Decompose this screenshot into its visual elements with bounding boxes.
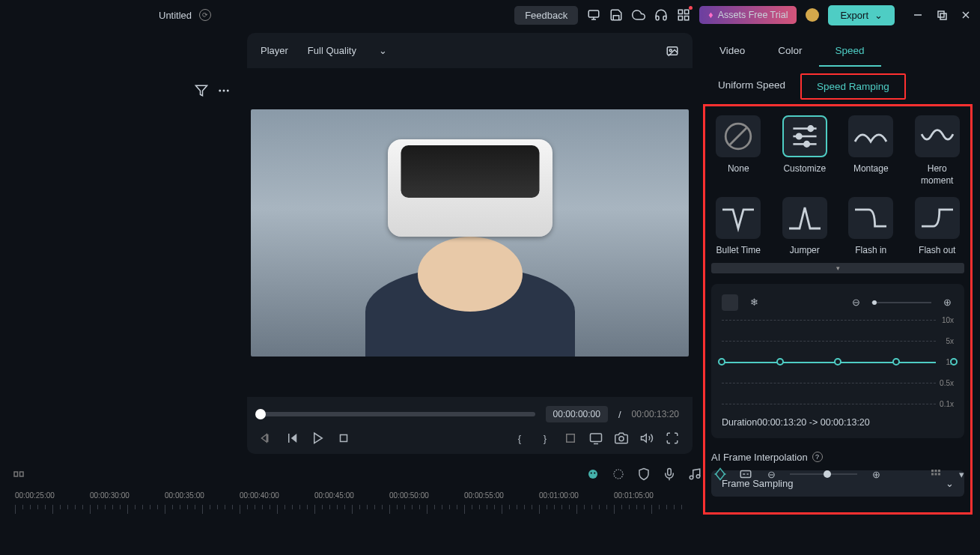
play-button[interactable] <box>311 431 325 445</box>
graph-label: 10x <box>942 315 954 324</box>
info-icon[interactable]: ? <box>812 452 823 462</box>
maximize-button[interactable] <box>937 10 947 20</box>
feedback-button[interactable]: Feedback <box>514 6 578 25</box>
adjust-tool[interactable] <box>612 467 625 481</box>
preset-label: Bullet Time <box>716 245 761 257</box>
apps-icon[interactable] <box>677 8 690 22</box>
graph-zoom-slider[interactable] <box>871 302 931 303</box>
zoom-in-button[interactable]: ⊕ <box>869 467 883 481</box>
crop-icon[interactable] <box>564 431 577 445</box>
quality-select[interactable]: Full Quality ⌄ <box>302 42 393 59</box>
preset-hero-moment[interactable]: Hero moment <box>910 115 965 186</box>
svg-rect-51 <box>931 473 934 476</box>
svg-rect-0 <box>589 10 600 17</box>
duration-to: 00:00:13:20 <box>821 417 870 428</box>
stop-button[interactable] <box>337 431 350 445</box>
graph-select-tool[interactable] <box>722 294 738 311</box>
zoom-in-graph-button[interactable]: ⊕ <box>940 296 954 309</box>
save-icon[interactable] <box>609 8 623 22</box>
dropdown-icon[interactable]: ▾ <box>955 467 968 481</box>
svg-point-29 <box>808 126 813 131</box>
quality-value: Full Quality <box>308 45 356 56</box>
split-tool[interactable] <box>12 467 25 481</box>
svg-rect-53 <box>938 473 940 476</box>
duration-arrow: -> <box>809 417 818 428</box>
caption-tool[interactable] <box>739 467 752 481</box>
speed-curve[interactable]: 10x 5x 1x 0.5x 0.1x <box>722 320 954 410</box>
export-button[interactable]: Export ⌄ <box>828 5 895 25</box>
close-button[interactable] <box>961 10 971 20</box>
monitor-icon[interactable] <box>587 8 600 22</box>
freeze-frame-icon[interactable]: ❄ <box>747 296 761 309</box>
volume-icon[interactable] <box>640 431 654 445</box>
total-time: 00:00:13:20 <box>632 409 679 419</box>
tab-video[interactable]: Video <box>703 36 761 67</box>
audio-tool[interactable] <box>688 467 701 481</box>
chevron-down-icon: ⌄ <box>874 10 883 21</box>
speed-node[interactable] <box>834 358 841 366</box>
step-back-button[interactable] <box>286 431 299 445</box>
timeline-ruler[interactable]: 00:00:25:00 00:00:30:00 00:00:35:00 00:0… <box>7 491 973 521</box>
mic-tool[interactable] <box>663 467 676 481</box>
svg-rect-49 <box>935 470 937 472</box>
preset-none[interactable]: None <box>711 115 766 186</box>
speed-node[interactable] <box>718 358 725 366</box>
subtab-uniform-speed[interactable]: Uniform Speed <box>703 73 800 100</box>
svg-rect-34 <box>14 472 18 476</box>
svg-rect-50 <box>938 470 940 472</box>
cloud-icon[interactable] <box>632 8 645 22</box>
speed-node[interactable] <box>950 358 958 366</box>
keyframe-tool[interactable] <box>713 467 727 481</box>
duration-from: 00:00:13:20 <box>757 417 806 428</box>
grid-view-icon[interactable] <box>929 467 943 481</box>
cookie-icon[interactable] <box>806 8 819 22</box>
scrubber-handle[interactable] <box>255 409 266 419</box>
graph-label: 0.1x <box>940 399 954 407</box>
history-icon[interactable]: ⟳ <box>199 9 211 21</box>
preset-montage[interactable]: Montage <box>844 115 898 186</box>
snapshot-icon[interactable] <box>666 44 679 58</box>
svg-marker-25 <box>642 434 647 443</box>
zoom-out-button[interactable]: ⊖ <box>764 467 778 481</box>
mark-in-button[interactable]: { <box>513 431 526 445</box>
filter-icon[interactable] <box>195 84 208 97</box>
preset-flash-in[interactable]: Flash in <box>844 197 898 257</box>
more-icon[interactable] <box>217 84 231 97</box>
expand-presets-button[interactable]: ▾ <box>711 263 964 273</box>
subtab-speed-ramping[interactable]: Speed Ramping <box>800 73 906 100</box>
mark-out-button[interactable]: } <box>538 431 552 445</box>
ai-tool[interactable] <box>586 467 600 481</box>
timeline[interactable]: 00:00:25:00 00:00:30:00 00:00:35:00 00:0… <box>0 491 980 551</box>
preset-label: Montage <box>853 163 889 175</box>
project-title: Untitled <box>159 10 192 21</box>
svg-marker-20 <box>314 433 323 443</box>
fullscreen-icon[interactable] <box>666 431 679 445</box>
preset-label: Hero moment <box>910 163 965 186</box>
prev-frame-button[interactable] <box>261 431 274 445</box>
svg-point-42 <box>696 475 700 479</box>
preset-customize[interactable]: Customize <box>778 115 833 186</box>
preset-label: Jumper <box>790 245 820 257</box>
tab-color[interactable]: Color <box>761 36 818 67</box>
svg-rect-21 <box>341 435 347 442</box>
zoom-out-graph-button[interactable]: ⊖ <box>849 296 862 309</box>
scrubber-track[interactable] <box>261 412 535 416</box>
tab-speed[interactable]: Speed <box>819 36 881 67</box>
preset-jumper[interactable]: Jumper <box>778 197 833 257</box>
preset-bullet-time[interactable]: Bullet Time <box>711 197 766 257</box>
speed-node[interactable] <box>892 358 900 366</box>
ai-interpolation-label: AI Frame Interpolation <box>711 452 808 463</box>
svg-point-36 <box>588 470 597 479</box>
preset-label: Customize <box>783 163 826 175</box>
display-icon[interactable] <box>589 431 603 445</box>
speed-node[interactable] <box>776 358 784 366</box>
video-preview[interactable] <box>247 68 693 397</box>
minimize-button[interactable] <box>913 10 923 20</box>
shield-tool[interactable] <box>637 467 651 481</box>
headphones-icon[interactable] <box>654 8 668 22</box>
assets-trial-button[interactable]: ♦ Assets Free Trial <box>699 6 797 24</box>
preset-flash-out[interactable]: Flash out <box>910 197 965 257</box>
timeline-zoom-slider[interactable] <box>790 473 857 475</box>
camera-icon[interactable] <box>615 431 628 445</box>
svg-point-11 <box>219 90 221 92</box>
